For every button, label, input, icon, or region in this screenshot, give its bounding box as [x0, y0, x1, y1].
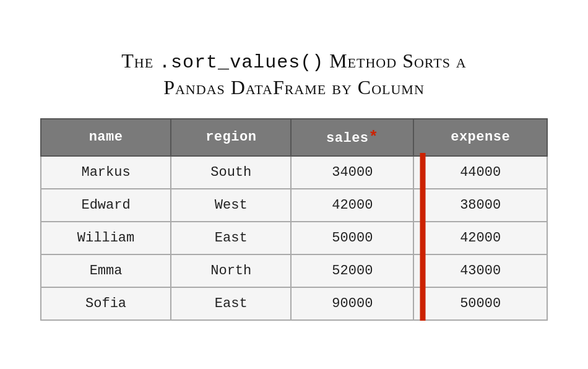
title-prefix: The: [121, 50, 159, 72]
table-row: EdwardWest4200038000: [41, 189, 547, 222]
cell-region-1: West: [171, 189, 291, 222]
cell-expense-1: 38000: [413, 189, 547, 222]
cell-name-1: Edward: [41, 189, 171, 222]
title-block: The .sort_values() Method Sorts a Pandas…: [121, 48, 467, 101]
cell-name-0: Markus: [41, 156, 171, 189]
table-wrapper: name region sales* expense MarkusSouth34…: [40, 118, 548, 321]
table-header-row: name region sales* expense: [41, 119, 547, 156]
table-row: EmmaNorth5200043000: [41, 254, 547, 287]
title-subtitle: Pandas DataFrame by Column: [163, 76, 425, 98]
title-line-1: The .sort_values() Method Sorts a: [121, 48, 467, 75]
cell-expense-0: 44000: [413, 156, 547, 189]
table-row: SofiaEast9000050000: [41, 287, 547, 320]
cell-region-0: South: [171, 156, 291, 189]
title-method: .sort_values(): [159, 52, 324, 73]
col-header-expense: expense: [413, 119, 547, 156]
col-header-name: name: [41, 119, 171, 156]
cell-expense-4: 50000: [413, 287, 547, 320]
cell-expense-2: 42000: [413, 222, 547, 254]
cell-sales-1: 42000: [291, 189, 413, 222]
cell-expense-3: 43000: [413, 254, 547, 287]
cell-sales-4: 90000: [291, 287, 413, 320]
cell-name-2: William: [41, 222, 171, 254]
cell-name-3: Emma: [41, 254, 171, 287]
col-header-region: region: [171, 119, 291, 156]
title-line-2: Pandas DataFrame by Column: [121, 75, 467, 101]
cell-region-3: North: [171, 254, 291, 287]
cell-sales-0: 34000: [291, 156, 413, 189]
table-row: WilliamEast5000042000: [41, 222, 547, 254]
sort-asterisk: *: [369, 128, 379, 147]
title-suffix: Method Sorts a: [324, 50, 467, 72]
cell-region-2: East: [171, 222, 291, 254]
cell-sales-3: 52000: [291, 254, 413, 287]
table-row: MarkusSouth3400044000: [41, 156, 547, 189]
cell-sales-2: 50000: [291, 222, 413, 254]
cell-region-4: East: [171, 287, 291, 320]
cell-name-4: Sofia: [41, 287, 171, 320]
col-header-sales: sales*: [291, 119, 413, 156]
data-table: name region sales* expense MarkusSouth34…: [40, 118, 548, 321]
